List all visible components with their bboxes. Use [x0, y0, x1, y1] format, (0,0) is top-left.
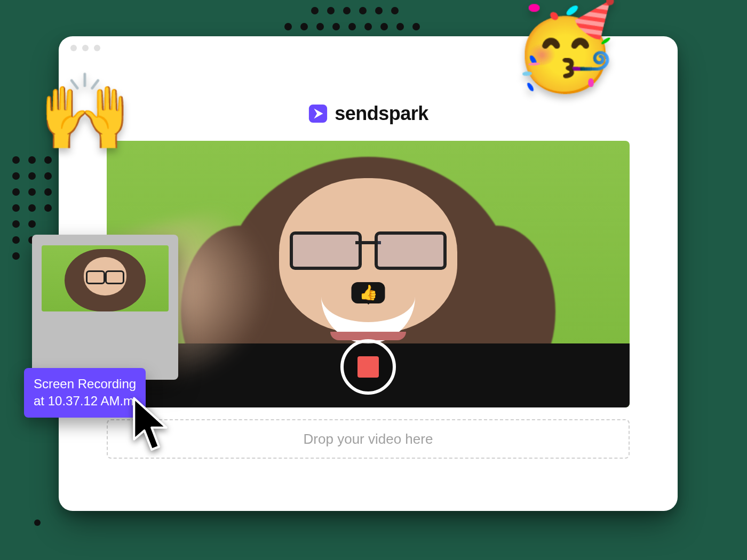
- brand-name: sendspark: [335, 102, 428, 125]
- window-control-dot: [82, 45, 89, 51]
- svg-point-49: [364, 23, 372, 30]
- svg-point-61: [44, 156, 52, 164]
- mouse-cursor-icon: [129, 397, 177, 455]
- svg-point-76: [12, 236, 20, 244]
- svg-point-44: [284, 23, 292, 30]
- svg-point-71: [12, 204, 20, 212]
- svg-point-56: [359, 7, 367, 14]
- raised-hands-emoji-icon: 🙌: [38, 75, 132, 149]
- svg-point-72: [28, 204, 36, 212]
- svg-point-57: [375, 7, 383, 14]
- window-control-dot: [94, 45, 100, 51]
- svg-point-47: [332, 23, 340, 30]
- svg-point-79: [34, 519, 41, 526]
- svg-point-68: [28, 188, 36, 196]
- stop-recording-button[interactable]: [340, 339, 396, 395]
- thumbs-up-tooltip: 👍: [352, 282, 385, 303]
- party-face-emoji-icon: 🥳: [512, 3, 619, 89]
- svg-point-69: [44, 188, 52, 196]
- svg-point-46: [316, 23, 324, 30]
- svg-point-59: [12, 156, 20, 164]
- svg-point-45: [300, 23, 308, 30]
- svg-point-67: [12, 188, 20, 196]
- video-preview[interactable]: 👍: [107, 141, 630, 407]
- svg-point-73: [44, 204, 52, 212]
- svg-point-52: [412, 23, 420, 30]
- svg-point-74: [12, 220, 20, 228]
- dragged-file-name-label: Screen Recording at 10.37.12 AM.m: [24, 368, 146, 418]
- svg-point-53: [311, 7, 319, 14]
- svg-point-65: [44, 172, 52, 180]
- stop-icon: [357, 356, 379, 378]
- svg-point-64: [28, 172, 36, 180]
- svg-point-50: [380, 23, 388, 30]
- dropzone-label: Drop your video here: [304, 431, 433, 447]
- dragged-file-card[interactable]: [32, 235, 178, 380]
- svg-point-78: [12, 252, 20, 260]
- decorative-dots-bottom: [32, 512, 598, 560]
- brand-logo: sendspark: [107, 102, 630, 125]
- svg-point-60: [28, 156, 36, 164]
- window-control-dot: [70, 45, 77, 51]
- video-dropzone[interactable]: Drop your video here: [107, 419, 630, 459]
- svg-point-58: [391, 7, 399, 14]
- thumbs-up-icon: 👍: [359, 284, 378, 301]
- svg-point-63: [12, 172, 20, 180]
- svg-point-55: [343, 7, 351, 14]
- svg-point-75: [28, 220, 36, 228]
- dragged-file-name-line1: Screen Recording: [34, 375, 136, 393]
- brand-logo-icon: [308, 103, 328, 124]
- svg-point-54: [327, 7, 335, 14]
- dragged-file-thumbnail: [42, 245, 169, 311]
- svg-point-48: [348, 23, 356, 30]
- svg-point-51: [396, 23, 404, 30]
- dragged-file-name-line2: at 10.37.12 AM.m: [34, 393, 136, 410]
